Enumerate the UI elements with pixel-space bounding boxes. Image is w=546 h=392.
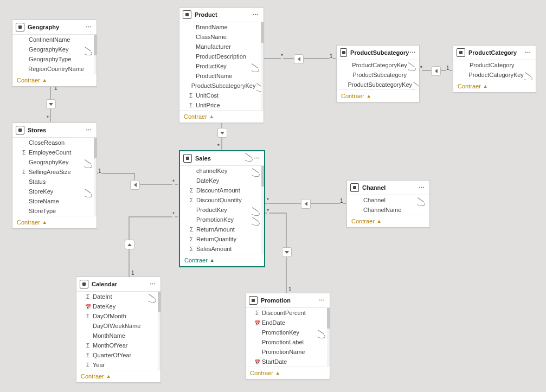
table-header[interactable]: ProductCategory [453, 46, 536, 60]
table-stores[interactable]: StoresCloseReasonEmployeeCountGeographyK… [12, 123, 97, 229]
scrollbar[interactable] [261, 22, 264, 110]
scrollbar[interactable] [158, 292, 160, 370]
more-options-icon[interactable] [409, 48, 416, 57]
more-options-icon[interactable] [85, 23, 93, 31]
table-field[interactable]: ContinentName [12, 35, 97, 44]
table-field[interactable]: UnitPrice [179, 100, 264, 110]
table-field[interactable]: MonthName [76, 331, 160, 340]
table-field[interactable]: ProductDescription [179, 52, 264, 61]
table-field[interactable]: SalesAmount [180, 244, 264, 254]
collapse-button[interactable]: Contraer▲ [12, 74, 97, 86]
table-field[interactable]: Manufacturer [179, 42, 264, 52]
more-options-icon[interactable] [318, 296, 326, 305]
table-field[interactable]: SellingAreaSize [12, 167, 97, 177]
table-field[interactable]: ProductSubcategory [337, 70, 419, 80]
table-field[interactable]: Channel [347, 195, 429, 205]
cardinality-many: * [267, 208, 269, 214]
table-field[interactable]: BrandName [179, 22, 264, 32]
table-field[interactable]: ReturnAmount [180, 224, 264, 234]
table-field[interactable]: ProductKey [179, 61, 264, 71]
table-calendar[interactable]: CalendarDateIntDateKeyDayOfMonthDayOfWee… [76, 277, 161, 383]
table-field[interactable]: QuarterOfYear [76, 350, 160, 360]
table-field[interactable]: ProductCategoryKey [337, 60, 419, 70]
table-field[interactable]: DayOfMonth [76, 311, 160, 321]
table-header[interactable]: Geography [12, 20, 97, 35]
table-field[interactable]: ClassName [179, 32, 264, 42]
table-field[interactable]: StartDate [246, 357, 330, 367]
table-field[interactable]: MonthOfYear [76, 340, 160, 350]
table-field[interactable]: DiscountAmount [180, 185, 264, 195]
table-field[interactable]: GeographyKey [12, 44, 97, 54]
table-field[interactable]: ProductSubcategoryKey [337, 80, 419, 89]
scrollbar[interactable] [94, 35, 97, 74]
table-channel[interactable]: ChannelChannelChannelNameContraer▲ [346, 180, 430, 228]
scrollbar[interactable] [327, 308, 330, 367]
scrollbar[interactable] [94, 138, 97, 216]
table-field[interactable]: ProductCategoryKey [453, 70, 536, 80]
table-field[interactable]: DateInt [76, 292, 160, 301]
model-canvas[interactable]: 1 * 1 * 1 * * 1 * 1 * 1 * 1 * 1 Geograph… [0, 0, 546, 392]
more-options-icon[interactable] [417, 183, 426, 192]
table-field[interactable]: RegionCountryName [12, 64, 97, 74]
table-field[interactable]: DateKey [180, 176, 264, 185]
table-header[interactable]: ProductSubcategory [337, 46, 419, 60]
table-field[interactable]: PromotionLabel [246, 337, 330, 347]
table-header[interactable]: Stores [12, 123, 97, 138]
collapse-button[interactable]: Contraer▲ [337, 89, 419, 102]
table-sales[interactable]: SaleschannelKeyDateKeyDiscountAmountDisc… [179, 150, 265, 267]
table-field[interactable]: Status [12, 177, 97, 187]
table-header[interactable]: Promotion [246, 293, 330, 308]
more-options-icon[interactable] [149, 280, 157, 288]
table-field[interactable]: StoreName [12, 196, 97, 206]
more-options-icon[interactable] [85, 126, 93, 134]
more-options-icon[interactable] [524, 48, 532, 57]
table-field[interactable]: DiscountPercent [246, 308, 330, 318]
collapse-button[interactable]: Contraer▲ [180, 254, 264, 266]
table-field[interactable]: EmployeeCount [12, 147, 97, 157]
table-field[interactable]: GeographyType [12, 54, 97, 64]
table-header[interactable]: Channel [347, 181, 429, 195]
table-field[interactable]: CloseReason [12, 138, 97, 147]
table-header[interactable]: Sales [180, 151, 264, 166]
table-field[interactable]: ProductKey [180, 205, 264, 215]
field-name: ProductName [195, 73, 250, 79]
table-geography[interactable]: GeographyContinentNameGeographyKeyGeogra… [12, 20, 97, 87]
table-promotion[interactable]: PromotionDiscountPercentEndDatePromotion… [245, 293, 330, 380]
table-field[interactable]: PromotionKey [246, 327, 330, 337]
table-field[interactable]: StoreKey [12, 187, 97, 196]
table-field[interactable]: StoreType [12, 206, 97, 216]
table-field[interactable]: EndDate [246, 318, 330, 327]
collapse-button[interactable]: Contraer▲ [246, 367, 330, 379]
table-field[interactable]: ReturnQuantity [180, 234, 264, 244]
table-field[interactable]: ProductSubcategoryKey [179, 81, 264, 91]
collapse-button[interactable]: Contraer▲ [76, 370, 160, 382]
table-field[interactable]: Year [76, 360, 160, 370]
more-options-icon[interactable] [252, 10, 260, 19]
collapse-button[interactable]: Contraer▲ [453, 80, 536, 92]
table-product[interactable]: ProductBrandNameClassNameManufacturerPro… [179, 7, 264, 123]
cardinality-many: * [172, 211, 175, 217]
scrollbar[interactable] [261, 166, 264, 254]
table-header[interactable]: Product [179, 8, 264, 22]
table-field[interactable]: DateKey [76, 301, 160, 311]
collapse-button[interactable]: Contraer▲ [179, 110, 264, 123]
table-field[interactable]: DayOfWeekName [76, 321, 160, 331]
table-field[interactable]: DiscountQuantity [180, 195, 264, 205]
table-productsubcategory[interactable]: ProductSubcategoryProductCategoryKeyProd… [336, 45, 420, 102]
table-field[interactable]: GeographyKey [12, 157, 97, 167]
table-field[interactable]: ChannelName [347, 205, 429, 215]
table-field[interactable]: PromotionName [246, 347, 330, 357]
collapse-button[interactable]: Contraer▲ [12, 216, 97, 228]
table-productcategory[interactable]: ProductCategoryProductCategoryProductCat… [453, 45, 536, 93]
more-options-icon[interactable] [252, 154, 261, 163]
collapse-button[interactable]: Contraer▲ [347, 215, 429, 227]
table-field[interactable]: UnitCost [179, 91, 264, 100]
visibility-icon[interactable] [243, 154, 252, 163]
cardinality-many: * [267, 197, 269, 203]
table-field[interactable]: ProductName [179, 71, 264, 81]
field-name: Year [92, 362, 147, 368]
table-header[interactable]: Calendar [76, 277, 160, 292]
table-field[interactable]: ProductCategory [453, 60, 536, 70]
table-field[interactable]: channelKey [180, 166, 264, 176]
table-field[interactable]: PromotionKey [180, 215, 264, 224]
